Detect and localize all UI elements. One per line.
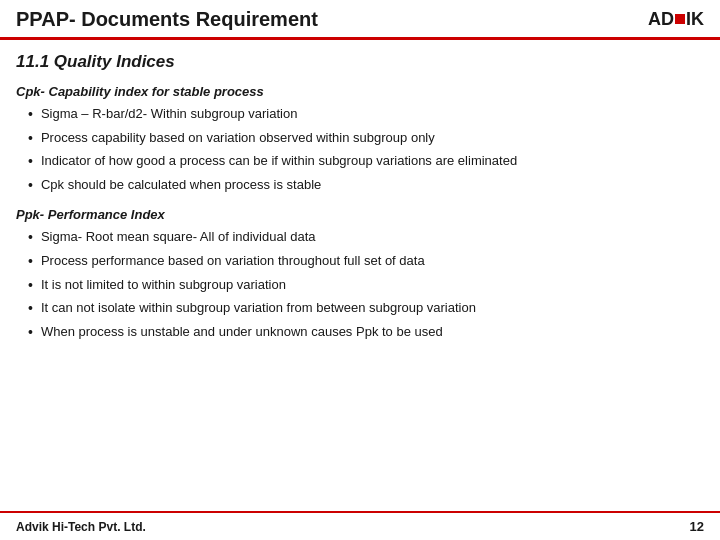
logo-suffix: IK	[686, 9, 704, 30]
list-item: Sigma – R-bar/d2- Within subgroup variat…	[24, 105, 704, 125]
page-container: PPAP- Documents Requirement AD IK 11.1 Q…	[0, 0, 720, 540]
logo-prefix: AD	[648, 9, 674, 30]
list-item: It can not isolate within subgroup varia…	[24, 299, 704, 319]
list-item: It is not limited to within subgroup var…	[24, 276, 704, 296]
footer-company: Advik Hi-Tech Pvt. Ltd.	[16, 520, 146, 534]
logo-square-icon	[675, 14, 685, 24]
list-item: Process capability based on variation ob…	[24, 129, 704, 149]
list-item: Cpk should be calculated when process is…	[24, 176, 704, 196]
list-item: Process performance based on variation t…	[24, 252, 704, 272]
list-item: When process is unstable and under unkno…	[24, 323, 704, 343]
header: PPAP- Documents Requirement AD IK	[0, 0, 720, 40]
logo: AD IK	[648, 9, 704, 30]
ppk-title: Ppk- Performance Index	[16, 207, 704, 222]
cpk-bullet-list: Sigma – R-bar/d2- Within subgroup variat…	[24, 105, 704, 195]
footer-page-number: 12	[690, 519, 704, 534]
section-title: 11.1 Quality Indices	[16, 52, 704, 72]
content-area: 11.1 Quality Indices Cpk- Capability ind…	[0, 40, 720, 511]
list-item: Indicator of how good a process can be i…	[24, 152, 704, 172]
cpk-title: Cpk- Capability index for stable process	[16, 84, 704, 99]
footer: Advik Hi-Tech Pvt. Ltd. 12	[0, 511, 720, 540]
list-item: Sigma- Root mean square- All of individu…	[24, 228, 704, 248]
ppk-bullet-list: Sigma- Root mean square- All of individu…	[24, 228, 704, 342]
header-title: PPAP- Documents Requirement	[16, 8, 318, 31]
